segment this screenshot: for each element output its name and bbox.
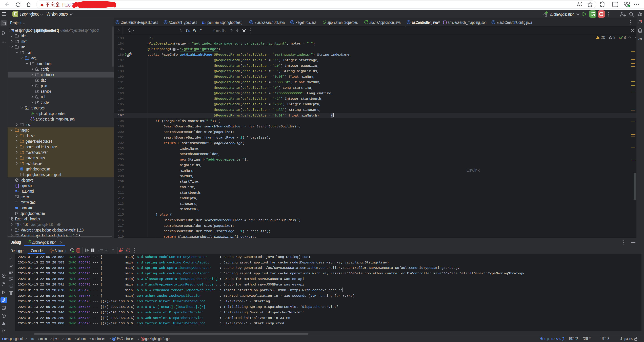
svg-text:C: C: [117, 21, 118, 24]
svg-text:M: M: [15, 190, 17, 193]
svg-text:C: C: [408, 21, 410, 24]
svg-text:C: C: [492, 21, 494, 24]
svg-text:?: ?: [21, 173, 22, 176]
svg-text:E: E: [165, 21, 166, 24]
svg-text:m: m: [17, 230, 19, 232]
svg-text:C: C: [292, 21, 293, 24]
svg-text:m: m: [142, 338, 144, 340]
svg-text:C: C: [113, 338, 115, 340]
svg-text:C: C: [250, 21, 252, 24]
